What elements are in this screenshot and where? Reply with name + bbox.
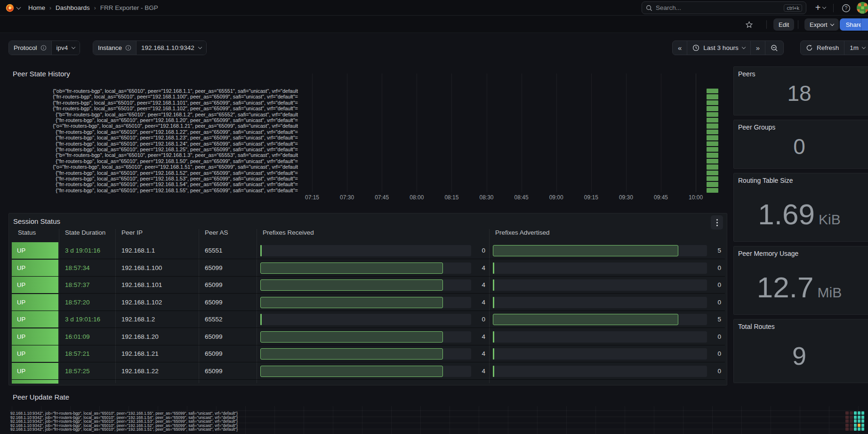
stat-panel-title[interactable]: Peer Memory Usage bbox=[738, 250, 798, 257]
timeline-series-label: b="frr-routers-bgp", local_as="65010", p… bbox=[9, 152, 298, 158]
update-rate-cell-teal bbox=[861, 424, 864, 427]
x-axis-tick-label: 08:15 bbox=[444, 194, 458, 201]
status-cell-up: UP bbox=[12, 294, 58, 311]
column-header-peer-ip[interactable]: Peer IP bbox=[121, 229, 143, 236]
add-button[interactable]: + bbox=[812, 2, 829, 14]
time-shift-back-button[interactable]: « bbox=[673, 41, 687, 55]
variable-label-text: Instance bbox=[98, 44, 122, 51]
timeline-state-block-up bbox=[707, 164, 718, 170]
stat-panel-title[interactable]: Routing Table Size bbox=[738, 177, 793, 184]
column-header-prefixes-received[interactable]: Prefixes Received bbox=[263, 229, 314, 236]
column-header-status[interactable]: Status bbox=[18, 229, 36, 236]
zoom-out-icon bbox=[771, 44, 778, 52]
search-box[interactable]: ctrl+k bbox=[642, 1, 806, 14]
breadcrumb-item[interactable]: Home bbox=[28, 4, 45, 11]
bar-gauge-fill bbox=[260, 262, 443, 274]
bar-gauge-fill bbox=[260, 348, 443, 360]
timeline-state-block-up bbox=[707, 147, 718, 152]
update-rate-cell bbox=[850, 424, 853, 427]
update-rate-cell-teal bbox=[858, 427, 860, 431]
column-header-peer-as[interactable]: Peer AS bbox=[205, 229, 228, 236]
stat-panel-title[interactable]: Peer Groups bbox=[738, 123, 775, 131]
share-menu-button[interactable] bbox=[861, 18, 868, 31]
x-axis-tick-label: 08:45 bbox=[514, 194, 529, 201]
update-rate-cell-teal bbox=[854, 416, 857, 419]
stat-panel-title[interactable]: Peers bbox=[738, 70, 755, 78]
time-range-controls: « Last 3 hours » bbox=[672, 41, 784, 55]
avatar-image bbox=[857, 2, 868, 14]
prefix-bar-gauge bbox=[260, 297, 471, 308]
refresh-interval-picker[interactable]: 1m bbox=[844, 41, 868, 55]
stat-panel-peers: Peers18 bbox=[733, 66, 868, 115]
refresh-button[interactable]: Refresh bbox=[801, 41, 844, 55]
timeline-gridline bbox=[487, 74, 487, 192]
prefix-bar-gauge bbox=[260, 279, 471, 291]
x-axis-tick-label: 08:30 bbox=[479, 194, 493, 201]
update-rate-cell-teal bbox=[861, 416, 864, 419]
toolbar-divider bbox=[798, 20, 798, 29]
table-cell: 18:57:37 bbox=[65, 277, 117, 294]
stat-panel-value: 1.69KiB bbox=[734, 200, 865, 229]
table-cell: 18:57:34 bbox=[65, 260, 117, 277]
table-cell: 65099 bbox=[205, 260, 259, 277]
help-button[interactable]: ? bbox=[840, 2, 852, 14]
panel-title-peer-update-rate[interactable]: Peer Update Rate bbox=[13, 393, 69, 401]
variable-instance-value[interactable]: 192.168.1.10:9342 bbox=[137, 41, 206, 55]
table-cell: 65551 bbox=[205, 242, 259, 259]
stat-value-number: 0 bbox=[793, 134, 805, 159]
search-input[interactable] bbox=[656, 4, 780, 11]
column-header-prefixes-advertised[interactable]: Prefixes Advertised bbox=[495, 229, 550, 236]
star-button[interactable] bbox=[743, 19, 755, 30]
variable-instance-label: Instance bbox=[93, 41, 137, 55]
update-rate-cell bbox=[850, 411, 853, 415]
table-cell: 65099 bbox=[205, 294, 259, 311]
prefix-bar-gauge bbox=[260, 366, 471, 377]
grafana-logo-icon bbox=[5, 3, 15, 13]
refresh-label: Refresh bbox=[817, 44, 839, 51]
refresh-interval-label: 1m bbox=[850, 44, 859, 51]
user-avatar[interactable] bbox=[857, 2, 868, 14]
row-separator bbox=[12, 362, 725, 362]
info-icon[interactable] bbox=[125, 45, 131, 51]
column-header-state-duration[interactable]: State Duration bbox=[65, 229, 105, 236]
bar-gauge-value: 0 bbox=[705, 328, 721, 345]
timeline-state-block-up bbox=[707, 123, 718, 129]
timeline-series-label: ="frr-routers-bgp", local_as="65010", pe… bbox=[9, 141, 298, 147]
zoom-out-button[interactable] bbox=[765, 41, 783, 55]
breadcrumb-item[interactable]: Dashboards bbox=[56, 4, 90, 11]
variable-protocol-value[interactable]: ipv4 bbox=[52, 41, 80, 55]
stat-panel-peer-memory-usage: Peer Memory Usage12.7MiB bbox=[733, 246, 868, 315]
timeline-series-label: ="frr-routers-bgp", local_as="65010", pe… bbox=[9, 176, 298, 181]
panel-menu-kebab-icon[interactable] bbox=[711, 215, 723, 229]
edit-button[interactable]: Edit bbox=[773, 18, 794, 31]
timeline-state-block-up bbox=[707, 159, 718, 164]
timeline-state-block-up bbox=[707, 106, 718, 111]
bar-gauge-value: 4 bbox=[469, 363, 485, 380]
breadcrumb-item[interactable]: FRR Exporter - BGP bbox=[100, 4, 158, 11]
x-axis-tick-label: 08:00 bbox=[410, 194, 424, 201]
stat-panel-total-routes: Total Routes9 bbox=[733, 319, 868, 383]
panel-title-peer-state-history[interactable]: Peer State History bbox=[13, 70, 70, 78]
prefix-bar-gauge bbox=[260, 262, 471, 274]
time-range-picker[interactable]: Last 3 hours bbox=[687, 41, 750, 55]
update-rate-cell-teal bbox=[854, 411, 857, 415]
grafana-logo[interactable] bbox=[5, 2, 24, 14]
timeline-gridline bbox=[522, 74, 522, 192]
update-rate-cell bbox=[845, 419, 849, 423]
stat-panel-title[interactable]: Total Routes bbox=[738, 323, 775, 330]
bar-gauge-zero-marker bbox=[493, 331, 494, 343]
chevron-down-icon bbox=[862, 45, 866, 49]
table-cell: 192.168.1.22 bbox=[121, 363, 201, 380]
info-icon[interactable] bbox=[40, 45, 47, 51]
update-rate-cell-teal bbox=[854, 424, 857, 427]
export-button[interactable]: Export bbox=[804, 18, 839, 31]
update-rate-cell-teal bbox=[861, 411, 864, 415]
stat-value-number: 18 bbox=[787, 81, 811, 106]
prefix-bar-gauge bbox=[493, 262, 707, 274]
table-cell: 18:57:25 bbox=[65, 363, 117, 380]
bar-gauge-value: 4 bbox=[469, 345, 485, 362]
timeline-state-block-up bbox=[707, 118, 718, 123]
time-shift-forward-button[interactable]: » bbox=[750, 41, 765, 55]
time-range-label: Last 3 hours bbox=[703, 44, 738, 51]
panel-title-session-status[interactable]: Session Status bbox=[13, 217, 60, 225]
